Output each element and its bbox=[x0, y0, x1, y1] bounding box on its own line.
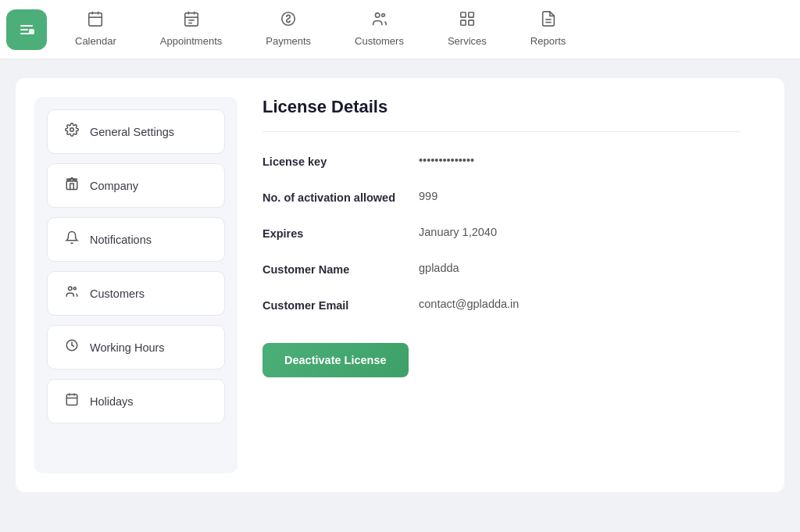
license-key-field: License key •••••••••••••• bbox=[262, 154, 741, 168]
svg-rect-16 bbox=[469, 12, 473, 16]
services-icon bbox=[459, 10, 476, 31]
customer-name-label: Customer Name bbox=[262, 262, 419, 276]
svg-point-25 bbox=[69, 287, 73, 291]
main-content: General Settings Company bbox=[0, 59, 800, 532]
sidebar-item-notifications[interactable]: Notifications bbox=[47, 217, 225, 262]
clock-icon bbox=[63, 338, 80, 356]
holidays-label: Holidays bbox=[90, 395, 134, 408]
expires-value: January 1,2040 bbox=[419, 226, 497, 238]
holidays-calendar-icon bbox=[63, 392, 80, 410]
svg-rect-15 bbox=[461, 12, 466, 16]
customers-icon bbox=[371, 10, 388, 31]
bell-icon bbox=[63, 230, 80, 248]
app-logo[interactable] bbox=[6, 9, 47, 50]
sidebar-item-general-settings[interactable]: General Settings bbox=[47, 109, 225, 154]
general-settings-label: General Settings bbox=[90, 126, 174, 138]
svg-rect-23 bbox=[71, 179, 73, 181]
appointments-label: Appointments bbox=[160, 35, 223, 47]
nav-items-list: Calendar Appointments Payments bbox=[53, 0, 588, 59]
activation-label: No. of activation allowed bbox=[262, 190, 419, 204]
svg-rect-18 bbox=[469, 20, 473, 24]
page-title: License Details bbox=[262, 97, 741, 117]
license-section: License Details License key ••••••••••••… bbox=[238, 97, 766, 473]
nav-item-reports[interactable]: Reports bbox=[509, 0, 588, 59]
calendar-icon bbox=[87, 10, 104, 31]
gear-icon bbox=[63, 123, 80, 141]
svg-point-26 bbox=[73, 287, 76, 290]
customers-sidebar-icon bbox=[63, 284, 80, 302]
section-divider bbox=[262, 131, 741, 132]
settings-sidebar: General Settings Company bbox=[34, 97, 238, 473]
nav-item-payments[interactable]: Payments bbox=[244, 0, 333, 59]
deactivate-license-button[interactable]: Deactivate License bbox=[262, 343, 409, 377]
appointments-icon bbox=[183, 10, 200, 31]
nav-item-calendar[interactable]: Calendar bbox=[53, 0, 138, 59]
nav-item-customers[interactable]: Customers bbox=[333, 0, 426, 59]
customers-sidebar-label: Customers bbox=[90, 287, 145, 300]
activation-value: 999 bbox=[419, 190, 438, 202]
payments-label: Payments bbox=[266, 35, 311, 47]
top-navigation: Calendar Appointments Payments bbox=[0, 0, 800, 59]
sidebar-item-company[interactable]: Company bbox=[47, 163, 225, 208]
sidebar-item-customers[interactable]: Customers bbox=[47, 271, 225, 316]
svg-point-14 bbox=[381, 13, 384, 16]
svg-point-13 bbox=[375, 12, 380, 17]
svg-rect-28 bbox=[66, 395, 77, 405]
customer-email-value: contact@gpladda.in bbox=[419, 298, 519, 310]
customers-nav-label: Customers bbox=[355, 35, 404, 47]
sidebar-item-working-hours[interactable]: Working Hours bbox=[47, 325, 225, 370]
nav-item-appointments[interactable]: Appointments bbox=[138, 0, 245, 59]
expires-field: Expires January 1,2040 bbox=[262, 226, 741, 240]
customer-name-value: gpladda bbox=[419, 262, 459, 274]
reports-label: Reports bbox=[530, 35, 566, 47]
svg-rect-1 bbox=[29, 29, 34, 34]
customer-name-field: Customer Name gpladda bbox=[262, 262, 741, 276]
license-key-value: •••••••••••••• bbox=[419, 154, 474, 166]
svg-rect-6 bbox=[184, 12, 198, 25]
content-card: General Settings Company bbox=[16, 78, 784, 492]
svg-point-21 bbox=[70, 128, 74, 132]
license-key-label: License key bbox=[262, 154, 419, 168]
company-icon bbox=[63, 177, 80, 195]
services-label: Services bbox=[448, 35, 487, 47]
sidebar-item-holidays[interactable]: Holidays bbox=[47, 379, 225, 423]
notifications-label: Notifications bbox=[90, 234, 152, 246]
svg-rect-17 bbox=[461, 20, 466, 24]
activation-field: No. of activation allowed 999 bbox=[262, 190, 741, 204]
customer-email-field: Customer Email contact@gpladda.in bbox=[262, 298, 741, 312]
customer-email-label: Customer Email bbox=[262, 298, 419, 312]
nav-item-services[interactable]: Services bbox=[426, 0, 509, 59]
working-hours-label: Working Hours bbox=[90, 341, 165, 354]
calendar-label: Calendar bbox=[75, 35, 116, 47]
expires-label: Expires bbox=[262, 226, 419, 240]
company-label: Company bbox=[90, 180, 138, 192]
payments-icon bbox=[280, 10, 297, 31]
reports-icon bbox=[540, 10, 557, 31]
svg-rect-2 bbox=[89, 12, 102, 25]
